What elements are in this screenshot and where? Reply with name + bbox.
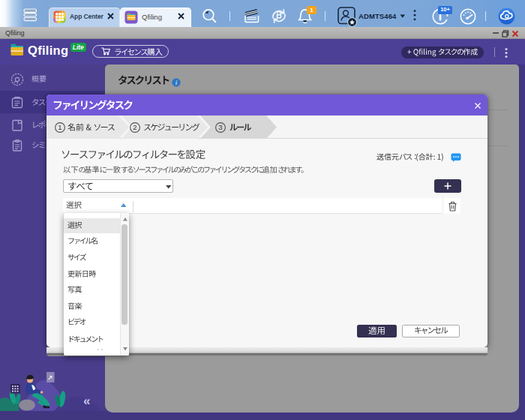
svg-text:3: 3: [218, 123, 222, 131]
svg-text:2: 2: [133, 123, 136, 131]
svg-text:1: 1: [58, 123, 62, 131]
